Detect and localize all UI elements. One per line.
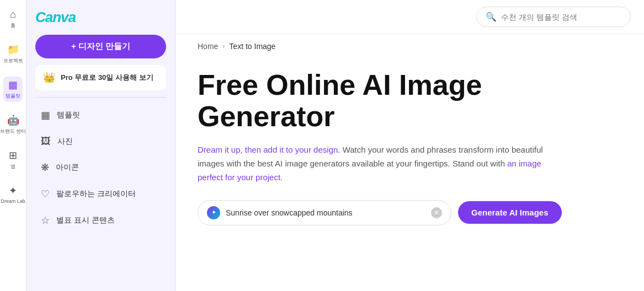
rail-item-projects[interactable]: 📁 프로젝트 xyxy=(1,41,25,67)
hero-section: Free Online AI Image Generator Dream it … xyxy=(175,58,644,291)
breadcrumb-current: Text to Image xyxy=(229,42,275,51)
breadcrumb-separator: › xyxy=(222,42,225,50)
rail-item-dreamlab[interactable]: ✦ Dream Lab xyxy=(0,182,28,206)
rail-label-dreamlab: Dream Lab xyxy=(1,198,25,204)
templates-icon: ▦ xyxy=(8,79,18,91)
breadcrumb: Home › Text to Image xyxy=(175,34,644,58)
sidebar: Canva + 디자인 만들기 👑 Pro 무료로 30일 사용해 보기 ▦ 템… xyxy=(26,0,175,291)
sidebar-item-starred-label: 별표 표시 콘텐츠 xyxy=(56,215,115,225)
sidebar-item-templates[interactable]: ▦ 템플릿 xyxy=(35,104,166,126)
crown-icon: 👑 xyxy=(43,72,55,84)
clear-prompt-button[interactable]: ✕ xyxy=(431,207,442,218)
create-design-button[interactable]: + 디자인 만들기 xyxy=(35,35,166,58)
main-content: 🔍 Home › Text to Image Free Online AI Im… xyxy=(175,0,644,291)
rail-label-apps: 앱 xyxy=(10,163,15,170)
rail-item-brand[interactable]: 🤖 브랜드 센터 xyxy=(0,112,28,137)
rail-item-apps[interactable]: ⊞ 앱 xyxy=(7,147,19,173)
canva-logo: Canva xyxy=(35,9,166,26)
sidebar-item-photos[interactable]: 🖼 사진 xyxy=(35,131,166,152)
following-menu-icon: ♡ xyxy=(41,188,50,200)
dreamlab-icon: ✦ xyxy=(9,185,17,197)
prompt-input-wrapper[interactable]: ✦ ✕ xyxy=(198,200,451,225)
pro-banner[interactable]: 👑 Pro 무료로 30일 사용해 보기 xyxy=(35,65,166,90)
templates-menu-icon: ▦ xyxy=(41,109,50,121)
sidebar-item-icons-label: 아이콘 xyxy=(56,163,79,173)
sidebar-item-following-label: 팔로우하는 크리에이터 xyxy=(56,189,136,199)
hero-description: Dream it up, then add it to your design.… xyxy=(198,143,562,184)
ai-sparkle-icon: ✦ xyxy=(207,206,220,219)
sidebar-item-following[interactable]: ♡ 팔로우하는 크리에이터 xyxy=(35,183,166,205)
breadcrumb-home[interactable]: Home xyxy=(198,42,218,51)
rail-label-projects: 프로젝트 xyxy=(3,57,23,64)
starred-menu-icon: ☆ xyxy=(41,214,50,227)
prompt-input[interactable] xyxy=(226,208,425,217)
home-icon: ⌂ xyxy=(10,9,16,20)
topbar: 🔍 xyxy=(175,0,644,34)
photos-menu-icon: 🖼 xyxy=(41,136,51,147)
icon-rail: ⌂ 홈 📁 프로젝트 ▦ 템플릿 🤖 브랜드 센터 ⊞ 앱 ✦ Dream La… xyxy=(0,0,26,291)
rail-label-home: 홈 xyxy=(10,22,15,29)
rail-label-templates: 템플릿 xyxy=(6,93,20,100)
sidebar-item-photos-label: 사진 xyxy=(57,137,73,147)
rail-label-brand: 브랜드 센터 xyxy=(0,128,26,135)
search-input[interactable] xyxy=(501,13,621,21)
generate-button[interactable]: Generate AI Images xyxy=(458,201,562,224)
sidebar-divider xyxy=(35,97,166,98)
icons-menu-icon: ❋ xyxy=(41,161,49,174)
rail-item-home[interactable]: ⌂ 홈 xyxy=(8,7,18,31)
sidebar-item-templates-label: 템플릿 xyxy=(57,110,80,120)
projects-icon: 📁 xyxy=(7,44,19,56)
brand-icon: 🤖 xyxy=(7,114,19,126)
hero-desc-highlight1: Dream it up, then add it to your design. xyxy=(198,145,340,154)
sidebar-item-icons[interactable]: ❋ 아이콘 xyxy=(35,157,166,179)
hero-title: Free Online AI Image Generator xyxy=(198,69,584,132)
search-bar[interactable]: 🔍 xyxy=(476,7,631,27)
sidebar-item-starred[interactable]: ☆ 별표 표시 콘텐츠 xyxy=(35,209,166,231)
prompt-input-row: ✦ ✕ Generate AI Images xyxy=(198,200,622,225)
rail-item-templates[interactable]: ▦ 템플릿 xyxy=(3,77,23,102)
search-icon: 🔍 xyxy=(486,12,497,22)
apps-icon: ⊞ xyxy=(9,149,17,161)
pro-banner-label: Pro 무료로 30일 사용해 보기 xyxy=(61,73,153,83)
